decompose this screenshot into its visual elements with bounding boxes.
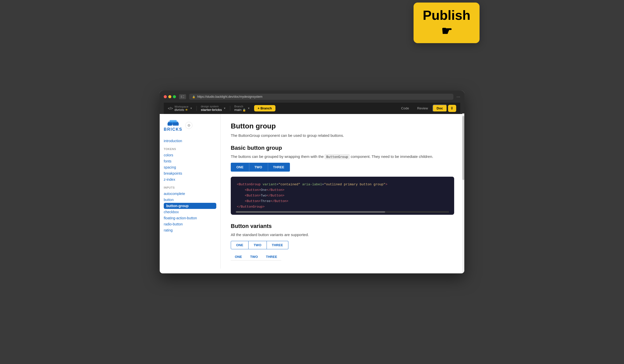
design-system-info: design system starter-bricks <box>201 105 222 112</box>
outlined-button-one[interactable]: ONE <box>231 241 249 249</box>
sidebar-item-introduction[interactable]: introduction <box>164 138 216 144</box>
browser-window: 🔒 https://studio.backlight.dev/doc/mydes… <box>160 91 464 273</box>
branch-label: Branch <box>234 105 246 108</box>
svg-rect-1 <box>183 95 184 96</box>
publish-overlay: Publish ☛ <box>414 3 480 43</box>
minimize-button[interactable] <box>168 95 171 98</box>
code-nav-button[interactable]: Code <box>398 105 413 111</box>
publish-label: Publish <box>423 8 470 23</box>
app-toolbar: </> Workspace divriots 👁 ▼ design syste <box>164 102 460 114</box>
sidebar-item-spacing[interactable]: spacing <box>164 164 216 170</box>
button-group-demo-text: ONE TWO THREE <box>231 253 454 260</box>
page-title: Button group <box>231 122 454 130</box>
outlined-button-three[interactable]: THREE <box>267 241 288 249</box>
design-system-label: design system <box>201 105 222 108</box>
sidebar: BRICKS ⚙ introduction TOKENS colors font… <box>160 114 221 269</box>
text-button-one[interactable]: ONE <box>231 253 246 260</box>
workspace-section: </> Workspace divriots 👁 ▼ <box>168 105 192 112</box>
more-options-icon[interactable]: ··· <box>456 94 460 100</box>
page-scrollbar[interactable] <box>462 113 464 273</box>
code-content: <ButtonGroup variant="contained" aria-la… <box>237 182 448 210</box>
section1-title: Basic button group <box>231 145 454 151</box>
browser-chrome: 🔒 https://studio.backlight.dev/doc/mydes… <box>160 91 464 114</box>
main-layout: BRICKS ⚙ introduction TOKENS colors font… <box>160 114 464 269</box>
lock-branch-icon: 🔒 <box>242 108 246 111</box>
workspace-name: divriots 👁 <box>174 108 188 112</box>
svg-rect-6 <box>170 120 177 123</box>
sidebar-item-z-index[interactable]: z-index <box>164 176 216 183</box>
sidebar-section-tokens: TOKENS <box>164 147 216 151</box>
fullscreen-button[interactable] <box>173 95 176 98</box>
svg-rect-0 <box>181 95 182 98</box>
demo-button-two[interactable]: TWO <box>249 163 268 172</box>
demo-button-one[interactable]: ONE <box>231 163 249 172</box>
branch-section: Branch main 🔒 ▼ <box>234 105 250 112</box>
sidebar-toggle-icon[interactable] <box>179 94 186 99</box>
svg-rect-4 <box>168 123 172 126</box>
logo-area: BRICKS ⚙ <box>164 119 216 132</box>
lock-icon: 🔒 <box>192 95 195 98</box>
cursor-icon: ☛ <box>441 24 452 38</box>
brand-name: BRICKS <box>164 127 182 132</box>
close-button[interactable] <box>164 95 167 98</box>
page-description: The ButtonGroup component can be used to… <box>231 133 454 138</box>
sidebar-item-colors[interactable]: colors <box>164 152 216 158</box>
branch-chevron-icon[interactable]: ▼ <box>248 107 250 110</box>
code-icon: </> <box>168 106 173 110</box>
sidebar-item-rating[interactable]: rating <box>164 227 216 233</box>
browser-top-bar: 🔒 https://studio.backlight.dev/doc/mydes… <box>164 94 460 100</box>
sidebar-item-floating-action-button[interactable]: floating-action-button <box>164 215 216 221</box>
divider2 <box>230 106 230 111</box>
code-block: <ButtonGroup variant="contained" aria-la… <box>231 177 454 215</box>
divider <box>196 106 197 111</box>
address-bar[interactable]: 🔒 https://studio.backlight.dev/doc/mydes… <box>189 94 453 100</box>
section2-title: Button variants <box>231 223 454 229</box>
sidebar-section-inputs: INPUTS <box>164 186 216 189</box>
doc-nav-button[interactable]: Doc <box>433 105 447 112</box>
design-system-section: design system starter-bricks ▼ <box>201 105 226 112</box>
sidebar-item-button-group[interactable]: button-group <box>164 203 216 209</box>
code-scrollbar-thumb <box>236 211 385 213</box>
demo-button-three[interactable]: THREE <box>268 163 290 172</box>
add-branch-button[interactable]: + Branch <box>254 105 275 111</box>
sidebar-item-fonts[interactable]: fonts <box>164 158 216 164</box>
button-group-demo-outlined: ONE TWO THREE <box>231 241 454 249</box>
sidebar-item-checkbox[interactable]: checkbox <box>164 209 216 215</box>
ds-chevron-icon[interactable]: ▼ <box>223 107 226 110</box>
design-system-name: starter-bricks <box>201 108 222 112</box>
outlined-button-two[interactable]: TWO <box>249 241 267 249</box>
bricks-logo: BRICKS <box>164 119 182 132</box>
code-scrollbar[interactable] <box>236 211 449 213</box>
sidebar-item-autocomplete[interactable]: autocomplete <box>164 191 216 197</box>
sidebar-item-radio-button[interactable]: radio-button <box>164 221 216 227</box>
section1-description: The buttons can be grouped by wrapping t… <box>231 154 454 159</box>
traffic-lights <box>164 95 176 98</box>
svg-rect-2 <box>183 97 184 98</box>
branch-name: main 🔒 <box>234 108 246 112</box>
workspace-info: Workspace divriots 👁 <box>174 105 188 112</box>
logo-icon <box>168 119 179 127</box>
sidebar-item-button[interactable]: button <box>164 197 216 203</box>
section2-description: All the standard button variants are sup… <box>231 233 454 237</box>
svg-rect-5 <box>173 123 179 126</box>
podcast-button[interactable]: 🎙 <box>448 105 456 112</box>
review-nav-button[interactable]: Review <box>414 105 432 111</box>
sidebar-item-breakpoints[interactable]: breakpoints <box>164 170 216 176</box>
text-button-two[interactable]: TWO <box>246 253 262 260</box>
toolbar-nav: Code Review Doc 🎙 <box>398 105 456 112</box>
content-area: Button group The ButtonGroup component c… <box>221 114 464 269</box>
workspace-label: Workspace <box>174 105 188 108</box>
settings-icon[interactable]: ⚙ <box>185 122 192 129</box>
branch-info: Branch main 🔒 <box>234 105 246 112</box>
workspace-chevron-icon[interactable]: ▼ <box>190 107 192 110</box>
inline-code: ButtonGroup <box>325 154 350 159</box>
eye-icon: 👁 <box>185 108 188 112</box>
button-group-demo-contained: ONE TWO THREE <box>231 163 454 172</box>
scrollbar-thumb <box>462 116 464 180</box>
url-text: https://studio.backlight.dev/doc/mydesig… <box>197 95 262 98</box>
text-button-three[interactable]: THREE <box>262 253 281 260</box>
